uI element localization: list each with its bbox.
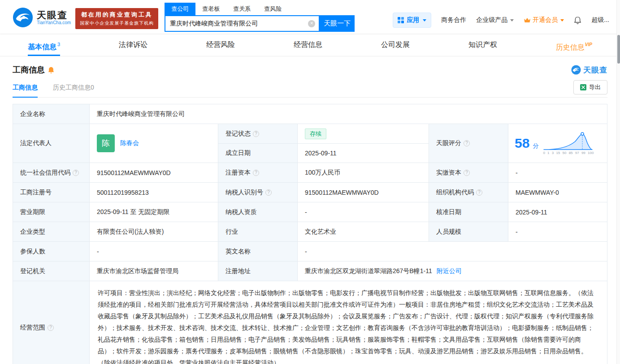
label-text: 登记状态 [225, 130, 251, 138]
search-tab-risk[interactable]: 查风险 [257, 3, 288, 15]
approve-date-label: 核准日期 [429, 202, 508, 222]
notice-bell-icon[interactable] [48, 66, 55, 74]
reg-number-label: 工商注册号 [13, 183, 89, 202]
tianyancha-logo-icon [13, 7, 33, 28]
logo-en: TianYanCha.com [37, 20, 71, 25]
tianyancha-logo[interactable]: 天眼查 TianYanCha.com [13, 7, 71, 28]
info-icon[interactable]: ? [73, 170, 79, 176]
value-text: 2025-09-11 [516, 209, 547, 216]
search-tab-relation[interactable]: 查关系 [226, 3, 257, 15]
info-icon[interactable]: ? [464, 170, 470, 176]
brand-watermark: 天眼查 [571, 65, 607, 75]
value-text: 91500112MAEWMWAY0D [97, 169, 171, 176]
table-row: 法定代表人 陈 陈春会 登记状态 ? 存续 成立日期 2025-09-11 天眼… [13, 124, 607, 163]
search-clear-icon[interactable]: × [308, 20, 315, 27]
company-name-label: 企业名称 [13, 104, 89, 124]
business-term-value: 2025-09-11 至 无固定期限 [89, 202, 218, 222]
table-row: 参保人数 - 英文名称 - [13, 241, 607, 261]
company-tab-bar: 基本信息3 法律诉讼 经营风险 经营信息 公司发展 知识产权 历史信息VIP [0, 34, 620, 56]
promo-badge: 都在用的商业查询工具 国家中小企业发展子基金旗下机构 [75, 8, 158, 29]
tab-ip-label: 知识产权 [468, 41, 497, 48]
nav-cooperation[interactable]: 商务合作 [441, 16, 466, 24]
info-icon[interactable]: ? [48, 325, 54, 331]
staff-size-label: 人员规模 [429, 222, 508, 241]
tab-business-info[interactable]: 经营信息 [294, 34, 322, 56]
top-nav: 应用 商务合作 企业级产品 开通会员 超级... [393, 13, 609, 28]
business-info-table: 企业名称 重庆时代峰峻商业管理有限公司 法定代表人 陈 陈春会 登记状态 ? 存… [13, 104, 607, 364]
scrollbar[interactable] [616, 0, 620, 364]
nav-apps[interactable]: 应用 [393, 13, 431, 28]
nav-notifications[interactable] [574, 16, 581, 24]
label-text: 登记机关 [20, 267, 45, 275]
label-text: 注册资本 [225, 169, 251, 177]
nav-super-vip[interactable]: 超级... [591, 16, 609, 24]
reg-status-label: 登记状态 ? [218, 124, 297, 143]
search-button[interactable]: 天眼一下 [320, 15, 355, 32]
bell-icon [574, 16, 581, 24]
legal-rep-name-link[interactable]: 陈春会 [120, 139, 139, 147]
score-axis-ticks: 0 1 3 15 50 85 97 99 100 [543, 151, 594, 155]
insured-value: - [89, 242, 218, 261]
tianyancha-logo-icon [571, 65, 581, 75]
label-text: 行业 [225, 228, 238, 236]
org-code-label: 组织机构代码 ? [429, 183, 508, 202]
label-text: 人员规模 [436, 228, 461, 236]
registered-address-value: 重庆市渝北区双龙湖街道翠湖路267号B幢1-11 附近公司 [297, 261, 607, 281]
reg-capital-value: 100万人民币 [297, 163, 429, 182]
label-text: 纳税人识别号 [225, 188, 263, 197]
scrollbar-thumb[interactable] [617, 35, 620, 64]
top-header: 天眼查 TianYanCha.com 都在用的商业查询工具 国家中小企业发展子基… [0, 0, 620, 34]
tax-id-label: 纳税人识别号 ? [218, 183, 297, 202]
staff-size-value: - [508, 222, 607, 241]
info-icon[interactable]: ? [253, 131, 259, 137]
tab-legal-proceedings[interactable]: 法律诉讼 [119, 34, 147, 56]
tab-basic-info[interactable]: 基本信息3 [28, 34, 60, 56]
paid-capital-label: 实缴资本 ? [429, 163, 508, 182]
value-text: 2025-09-11 [305, 150, 337, 157]
chevron-down-icon [510, 19, 514, 21]
tab-history-info[interactable]: 历史信息VIP [556, 34, 592, 56]
registration-authority-label: 登记机关 [13, 261, 89, 281]
logo-cn: 天眼查 [37, 10, 71, 20]
label-text: 经营范围 [20, 324, 45, 332]
value-text: - [97, 248, 99, 255]
search-input[interactable] [165, 20, 308, 27]
search-tab-company[interactable]: 查公司 [165, 3, 195, 15]
label-text: 企业类型 [20, 228, 45, 236]
legal-rep-value: 陈 陈春会 [89, 124, 218, 163]
label-text: 英文名称 [225, 248, 251, 256]
subtab-history-business-info[interactable]: 历史工商信息0 [53, 77, 94, 97]
nearby-companies-link[interactable]: 附近公司 [437, 267, 462, 275]
info-icon[interactable]: ? [253, 170, 259, 176]
info-icon[interactable]: ? [265, 189, 272, 196]
tab-company-development[interactable]: 公司发展 [381, 34, 410, 56]
nav-apps-label: 应用 [407, 16, 419, 24]
tab-operating-risk[interactable]: 经营风险 [206, 34, 235, 56]
value-text: 500112019958213 [97, 189, 149, 196]
apps-grid-icon [398, 17, 404, 23]
search-tab-boss[interactable]: 查老板 [195, 3, 226, 15]
label-text: 天眼评分 [436, 139, 461, 147]
avatar[interactable]: 陈 [97, 134, 115, 152]
export-button[interactable]: 导出 [573, 80, 607, 94]
value-text: - [305, 209, 307, 216]
tab-intellectual-property[interactable]: 知识产权 [468, 34, 497, 56]
info-icon[interactable]: ? [476, 189, 482, 196]
industry-label: 行业 [218, 222, 297, 241]
label-text: 纳税人资质 [225, 208, 257, 216]
logo-text: 天眼查 TianYanCha.com [37, 10, 71, 25]
nav-enterprise[interactable]: 企业级产品 [476, 16, 514, 24]
table-row: 登记机关 重庆市渝北区市场监督管理局 注册地址 重庆市渝北区双龙湖街道翠湖路26… [13, 261, 607, 281]
value-text: - [305, 248, 307, 255]
info-icon[interactable]: ? [464, 140, 470, 146]
insured-label: 参保人数 [13, 242, 89, 261]
table-row: 经营范围 ? 许可项目：营业性演出；演出经纪；网络文化经营；电子出版物制作；出版… [13, 281, 607, 364]
nav-super-vip-label: 超级... [591, 16, 609, 24]
brand-text: 天眼查 [583, 65, 607, 75]
nav-vip[interactable]: 开通会员 [524, 16, 564, 24]
section-header: 工商信息 天眼查 [13, 64, 607, 75]
label-text: 营业期限 [20, 208, 45, 216]
subtab-business-info[interactable]: 工商信息 [13, 77, 38, 97]
value-text: - [516, 228, 518, 236]
table-row: 企业名称 重庆时代峰峻商业管理有限公司 [13, 104, 607, 124]
